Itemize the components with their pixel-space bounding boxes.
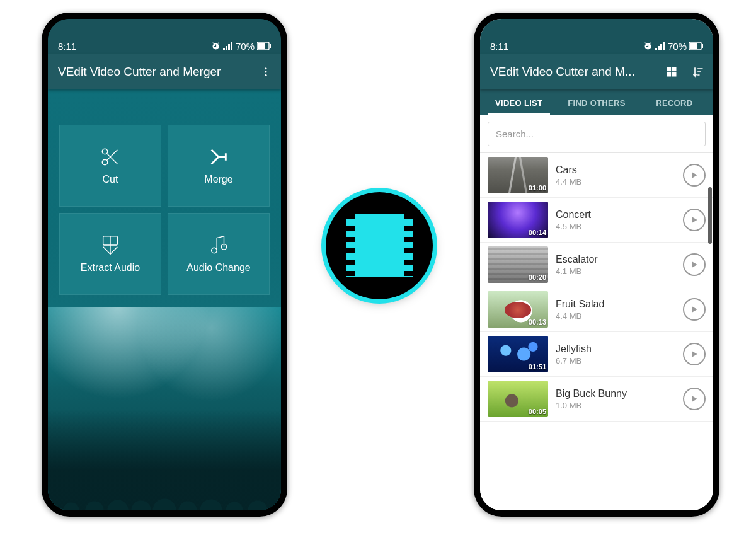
- play-icon: [690, 305, 699, 314]
- sort-button[interactable]: [689, 63, 707, 81]
- tile-extract-audio-label: Extract Audio: [81, 262, 140, 273]
- svg-rect-0: [223, 48, 225, 50]
- video-title: Jellyfish: [556, 343, 675, 355]
- svg-rect-14: [655, 48, 657, 50]
- tab-find-others[interactable]: FIND OTHERS: [558, 89, 635, 115]
- play-icon: [690, 215, 699, 224]
- play-button[interactable]: [683, 253, 706, 276]
- video-title: Big Buck Bunny: [556, 388, 675, 399]
- phone-frame-left: 8:11 70% VEdit Video Cutter and Merger: [42, 13, 287, 517]
- list-item[interactable]: 01:00 Cars4.4 MB: [480, 153, 713, 198]
- signal-icon: [223, 42, 233, 50]
- grid-icon: [665, 66, 678, 78]
- video-duration: 00:05: [529, 408, 546, 415]
- status-time: 8:11: [58, 41, 76, 52]
- app-title: VEdit Video Cutter and Merger: [58, 65, 257, 79]
- svg-point-8: [265, 71, 267, 73]
- tab-record-label: RECORD: [656, 98, 692, 108]
- sort-icon: [692, 66, 704, 78]
- tab-bar: VIDEO LIST FIND OTHERS RECORD: [480, 89, 713, 115]
- grid-view-button[interactable]: [663, 63, 680, 81]
- video-duration: 01:51: [529, 363, 546, 371]
- video-size: 4.5 MB: [556, 222, 675, 231]
- app-bar: VEdit Video Cutter and Merger: [48, 54, 281, 89]
- background-image: [48, 307, 281, 510]
- video-thumbnail: 01:00: [488, 157, 548, 193]
- video-title: Fruit Salad: [556, 299, 675, 310]
- play-button[interactable]: [683, 164, 706, 187]
- video-duration: 00:14: [529, 229, 546, 236]
- more-vert-icon: [260, 66, 272, 78]
- video-title: Cars: [556, 164, 675, 176]
- battery-text: 70%: [668, 41, 687, 52]
- signal-icon: [655, 42, 665, 50]
- play-button[interactable]: [683, 343, 706, 365]
- app-logo: [326, 192, 433, 299]
- svg-rect-19: [690, 43, 697, 49]
- video-size: 4.1 MB: [556, 267, 675, 276]
- svg-rect-20: [702, 44, 703, 48]
- svg-rect-17: [663, 42, 665, 50]
- app-title: VEdit Video Cutter and M...: [490, 65, 663, 79]
- play-icon: [690, 350, 699, 359]
- status-bar: 8:11 70%: [48, 19, 281, 54]
- tile-audio-change[interactable]: Audio Change: [168, 213, 270, 295]
- play-button[interactable]: [683, 388, 706, 410]
- list-item[interactable]: 00:13 Fruit Salad4.4 MB: [480, 287, 713, 332]
- video-duration: 01:00: [529, 184, 546, 192]
- merge-icon: [208, 146, 229, 168]
- tile-merge-label: Merge: [204, 174, 232, 185]
- list-item[interactable]: 01:51 Jellyfish6.7 MB: [480, 332, 713, 377]
- video-list[interactable]: 01:00 Cars4.4 MB 00:14 Concert4.5 MB 00:…: [480, 153, 713, 510]
- video-thumbnail: 00:20: [488, 246, 548, 283]
- video-duration: 00:13: [529, 318, 546, 326]
- home-screen: Cut Merge Extract Audio Audio Change: [48, 89, 281, 510]
- search-input[interactable]: [488, 122, 706, 146]
- list-item[interactable]: 00:05 Big Buck Bunny1.0 MB: [480, 377, 713, 422]
- svg-rect-24: [672, 72, 677, 77]
- play-icon: [690, 171, 699, 180]
- scrollbar[interactable]: [708, 187, 712, 505]
- tile-audio-change-label: Audio Change: [186, 262, 250, 273]
- svg-rect-3: [231, 42, 232, 50]
- video-duration: 00:20: [529, 273, 546, 281]
- video-title: Escalator: [556, 254, 675, 265]
- battery-icon: [689, 42, 703, 50]
- tab-video-list[interactable]: VIDEO LIST: [480, 89, 558, 115]
- phone-frame-right: 8:11 70% VEdit Video Cutter and M...: [474, 13, 719, 517]
- tile-cut[interactable]: Cut: [59, 125, 161, 207]
- play-button[interactable]: [683, 209, 706, 231]
- video-thumbnail: 00:05: [488, 381, 548, 417]
- video-title: Concert: [556, 209, 675, 221]
- tab-record[interactable]: RECORD: [636, 89, 713, 115]
- scrollbar-thumb[interactable]: [708, 187, 712, 244]
- svg-rect-21: [667, 67, 672, 72]
- video-list-screen: 01:00 Cars4.4 MB 00:14 Concert4.5 MB 00:…: [480, 115, 713, 510]
- battery-text: 70%: [236, 41, 255, 52]
- list-item[interactable]: 00:20 Escalator4.1 MB: [480, 243, 713, 287]
- svg-point-7: [265, 67, 267, 69]
- video-size: 1.0 MB: [556, 401, 675, 410]
- tile-merge[interactable]: Merge: [168, 125, 270, 207]
- svg-rect-1: [226, 46, 227, 50]
- alarm-icon: [211, 42, 220, 51]
- overflow-menu-button[interactable]: [257, 63, 275, 81]
- svg-rect-6: [270, 44, 271, 48]
- svg-rect-15: [658, 46, 660, 50]
- music-note-icon: [208, 234, 229, 256]
- play-button[interactable]: [683, 298, 706, 321]
- svg-rect-23: [667, 72, 672, 77]
- video-thumbnail: 00:14: [488, 202, 548, 238]
- app-bar: VEdit Video Cutter and M...: [480, 54, 713, 89]
- play-icon: [690, 260, 699, 269]
- status-bar: 8:11 70%: [480, 19, 713, 54]
- list-item[interactable]: 00:14 Concert4.5 MB: [480, 198, 713, 243]
- alarm-icon: [643, 42, 653, 51]
- tile-extract-audio[interactable]: Extract Audio: [59, 213, 161, 295]
- svg-rect-5: [258, 43, 265, 49]
- video-size: 4.4 MB: [556, 311, 675, 321]
- svg-point-9: [265, 74, 267, 76]
- status-time: 8:11: [490, 41, 508, 52]
- svg-rect-16: [660, 44, 662, 50]
- video-size: 4.4 MB: [556, 177, 675, 187]
